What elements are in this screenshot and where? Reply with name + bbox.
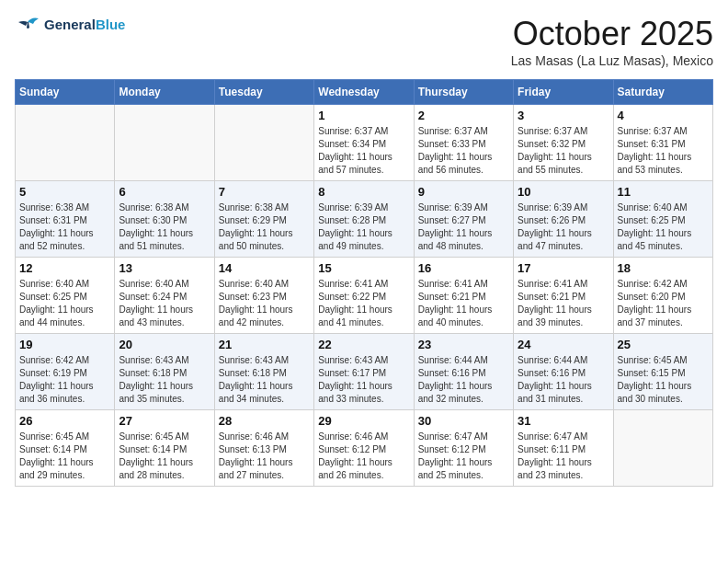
- day-info: Sunrise: 6:40 AMSunset: 6:23 PMDaylight:…: [219, 278, 310, 329]
- daylight-info: Daylight: 11 hours and 37 minutes.: [618, 304, 709, 329]
- sunset-info: Sunset: 6:21 PM: [518, 291, 609, 304]
- sunrise-info: Sunrise: 6:43 AM: [219, 354, 310, 367]
- day-number: 26: [19, 414, 110, 428]
- day-info: Sunrise: 6:42 AMSunset: 6:20 PMDaylight:…: [618, 278, 709, 329]
- title-block: October 2025 Las Masas (La Luz Masas), M…: [511, 15, 713, 68]
- day-number: 29: [318, 414, 409, 428]
- day-info: Sunrise: 6:41 AMSunset: 6:21 PMDaylight:…: [518, 278, 609, 329]
- daylight-info: Daylight: 11 hours and 45 minutes.: [618, 227, 709, 253]
- day-number: 17: [518, 261, 609, 275]
- sunrise-info: Sunrise: 6:40 AM: [19, 278, 110, 291]
- day-info: Sunrise: 6:39 AMSunset: 6:27 PMDaylight:…: [418, 201, 509, 253]
- sunrise-info: Sunrise: 6:38 AM: [119, 201, 210, 214]
- day-info: Sunrise: 6:41 AMSunset: 6:21 PMDaylight:…: [418, 278, 509, 329]
- day-number: 28: [219, 414, 310, 428]
- day-info: Sunrise: 6:44 AMSunset: 6:16 PMDaylight:…: [418, 354, 509, 406]
- logo-bird-icon: [15, 15, 40, 35]
- week-row: 5Sunrise: 6:38 AMSunset: 6:31 PMDaylight…: [16, 181, 713, 258]
- sunrise-info: Sunrise: 6:44 AM: [518, 354, 609, 367]
- sunrise-info: Sunrise: 6:37 AM: [418, 125, 509, 138]
- week-row: 26Sunrise: 6:45 AMSunset: 6:14 PMDayligh…: [16, 410, 713, 487]
- calendar-cell: 26Sunrise: 6:45 AMSunset: 6:14 PMDayligh…: [16, 410, 115, 487]
- daylight-info: Daylight: 11 hours and 30 minutes.: [618, 380, 709, 406]
- day-number: 5: [19, 185, 110, 199]
- calendar-cell: 20Sunrise: 6:43 AMSunset: 6:18 PMDayligh…: [115, 334, 214, 410]
- calendar-cell: 15Sunrise: 6:41 AMSunset: 6:22 PMDayligh…: [314, 258, 414, 334]
- day-number: 21: [219, 338, 310, 351]
- calendar-cell: 3Sunrise: 6:37 AMSunset: 6:32 PMDaylight…: [514, 105, 613, 181]
- daylight-info: Daylight: 11 hours and 32 minutes.: [418, 380, 509, 406]
- day-number: 24: [518, 338, 609, 351]
- sunset-info: Sunset: 6:18 PM: [119, 367, 210, 380]
- sunrise-info: Sunrise: 6:37 AM: [518, 125, 609, 138]
- daylight-info: Daylight: 11 hours and 26 minutes.: [318, 456, 409, 482]
- day-info: Sunrise: 6:45 AMSunset: 6:14 PMDaylight:…: [19, 431, 110, 482]
- sunset-info: Sunset: 6:22 PM: [318, 291, 409, 304]
- sunset-info: Sunset: 6:23 PM: [219, 291, 310, 304]
- day-info: Sunrise: 6:38 AMSunset: 6:30 PMDaylight:…: [119, 201, 210, 253]
- day-number: 9: [418, 185, 509, 199]
- week-row: 1Sunrise: 6:37 AMSunset: 6:34 PMDaylight…: [16, 105, 713, 181]
- day-number: 2: [418, 109, 509, 122]
- calendar-cell: [613, 410, 712, 487]
- sunset-info: Sunset: 6:14 PM: [119, 443, 210, 456]
- calendar-cell: 4Sunrise: 6:37 AMSunset: 6:31 PMDaylight…: [613, 105, 712, 181]
- calendar-cell: 30Sunrise: 6:47 AMSunset: 6:12 PMDayligh…: [414, 410, 513, 487]
- day-info: Sunrise: 6:37 AMSunset: 6:33 PMDaylight:…: [418, 125, 509, 177]
- sunset-info: Sunset: 6:16 PM: [418, 367, 509, 380]
- sunrise-info: Sunrise: 6:42 AM: [19, 354, 110, 367]
- day-number: 8: [318, 185, 409, 199]
- sunrise-info: Sunrise: 6:46 AM: [219, 431, 310, 443]
- calendar-cell: 10Sunrise: 6:39 AMSunset: 6:26 PMDayligh…: [514, 181, 613, 258]
- calendar-cell: 28Sunrise: 6:46 AMSunset: 6:13 PMDayligh…: [214, 410, 313, 487]
- daylight-info: Daylight: 11 hours and 44 minutes.: [19, 304, 110, 329]
- sunset-info: Sunset: 6:21 PM: [418, 291, 509, 304]
- month-title: October 2025: [511, 15, 713, 53]
- sunrise-info: Sunrise: 6:39 AM: [418, 201, 509, 214]
- calendar-cell: 23Sunrise: 6:44 AMSunset: 6:16 PMDayligh…: [414, 334, 513, 410]
- daylight-info: Daylight: 11 hours and 55 minutes.: [518, 151, 609, 177]
- day-number: 18: [618, 261, 709, 275]
- col-header-tuesday: Tuesday: [214, 80, 313, 105]
- day-info: Sunrise: 6:38 AMSunset: 6:29 PMDaylight:…: [219, 201, 310, 253]
- daylight-info: Daylight: 11 hours and 39 minutes.: [518, 304, 609, 329]
- day-info: Sunrise: 6:43 AMSunset: 6:18 PMDaylight:…: [119, 354, 210, 406]
- calendar-cell: 5Sunrise: 6:38 AMSunset: 6:31 PMDaylight…: [16, 181, 115, 258]
- calendar-cell: 14Sunrise: 6:40 AMSunset: 6:23 PMDayligh…: [214, 258, 313, 334]
- daylight-info: Daylight: 11 hours and 34 minutes.: [219, 380, 310, 406]
- sunset-info: Sunset: 6:15 PM: [618, 367, 709, 380]
- day-info: Sunrise: 6:37 AMSunset: 6:34 PMDaylight:…: [318, 125, 409, 177]
- sunset-info: Sunset: 6:13 PM: [219, 443, 310, 456]
- sunset-info: Sunset: 6:31 PM: [618, 138, 709, 151]
- calendar-cell: 29Sunrise: 6:46 AMSunset: 6:12 PMDayligh…: [314, 410, 414, 487]
- sunset-info: Sunset: 6:33 PM: [418, 138, 509, 151]
- day-info: Sunrise: 6:44 AMSunset: 6:16 PMDaylight:…: [518, 354, 609, 406]
- sunset-info: Sunset: 6:17 PM: [318, 367, 409, 380]
- day-number: 6: [119, 185, 210, 199]
- sunset-info: Sunset: 6:27 PM: [418, 214, 509, 227]
- col-header-thursday: Thursday: [414, 80, 513, 105]
- daylight-info: Daylight: 11 hours and 56 minutes.: [418, 151, 509, 177]
- calendar-cell: 24Sunrise: 6:44 AMSunset: 6:16 PMDayligh…: [514, 334, 613, 410]
- sunrise-info: Sunrise: 6:42 AM: [618, 278, 709, 291]
- sunset-info: Sunset: 6:12 PM: [418, 443, 509, 456]
- col-header-wednesday: Wednesday: [314, 80, 414, 105]
- day-number: 25: [618, 338, 709, 351]
- day-info: Sunrise: 6:47 AMSunset: 6:12 PMDaylight:…: [418, 431, 509, 482]
- daylight-info: Daylight: 11 hours and 23 minutes.: [518, 456, 609, 482]
- daylight-info: Daylight: 11 hours and 49 minutes.: [318, 227, 409, 253]
- day-number: 27: [119, 414, 210, 428]
- daylight-info: Daylight: 11 hours and 25 minutes.: [418, 456, 509, 482]
- calendar-cell: 27Sunrise: 6:45 AMSunset: 6:14 PMDayligh…: [115, 410, 214, 487]
- sunrise-info: Sunrise: 6:45 AM: [618, 354, 709, 367]
- daylight-info: Daylight: 11 hours and 52 minutes.: [19, 227, 110, 253]
- day-number: 23: [418, 338, 509, 351]
- logo-text: GeneralBlue: [44, 17, 125, 33]
- day-number: 19: [19, 338, 110, 351]
- calendar-cell: 8Sunrise: 6:39 AMSunset: 6:28 PMDaylight…: [314, 181, 414, 258]
- daylight-info: Daylight: 11 hours and 51 minutes.: [119, 227, 210, 253]
- day-info: Sunrise: 6:45 AMSunset: 6:15 PMDaylight:…: [618, 354, 709, 406]
- day-info: Sunrise: 6:37 AMSunset: 6:31 PMDaylight:…: [618, 125, 709, 177]
- daylight-info: Daylight: 11 hours and 27 minutes.: [219, 456, 310, 482]
- sunrise-info: Sunrise: 6:39 AM: [318, 201, 409, 214]
